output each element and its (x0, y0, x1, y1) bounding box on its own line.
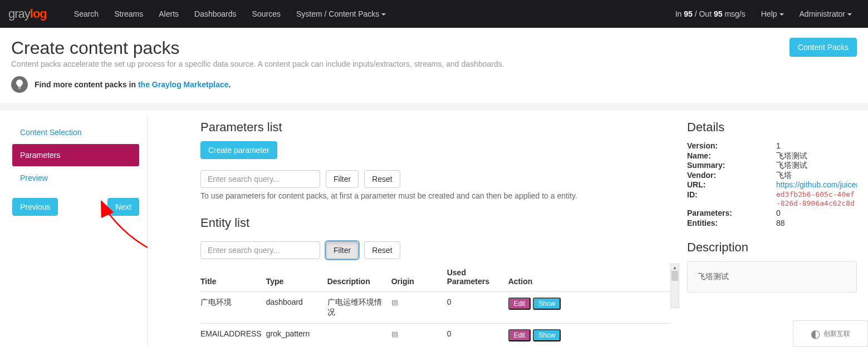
show-button[interactable]: Show (533, 329, 561, 341)
table-row: EMAILADDRESS grok_pattern ▤ 0 Edit Show (200, 324, 670, 348)
col-action: Action (508, 264, 670, 292)
logo-text-right: log (30, 7, 47, 21)
nav-system[interactable]: System / Content Packs (288, 1, 394, 27)
label-version: Version: (687, 141, 776, 151)
cell-origin: ▤ (391, 324, 447, 348)
marketplace-link[interactable]: the Graylog Marketplace (138, 80, 229, 89)
col-used: Used Parameters (447, 264, 508, 292)
nav-help[interactable]: Help (753, 9, 792, 18)
cell-title: EMAILADDRESS (200, 324, 266, 348)
col-type: Type (266, 264, 327, 292)
entity-table-wrap: Title Type Description Origin Used Param… (200, 264, 670, 347)
cell-origin: ▤ (391, 292, 447, 324)
watermark-text: 创新互联 (823, 329, 850, 339)
label-url: URL: (687, 180, 776, 190)
next-button[interactable]: Next (107, 198, 139, 216)
nav-streams[interactable]: Streams (106, 1, 151, 27)
nav-dashboards[interactable]: Dashboards (187, 1, 244, 27)
param-search-input[interactable] (200, 170, 320, 188)
col-origin: Origin (391, 264, 447, 292)
nav-sources[interactable]: Sources (244, 1, 288, 27)
description-box: 飞塔测试 (687, 261, 857, 293)
nav-search[interactable]: Search (66, 1, 106, 27)
scroll-up-icon[interactable]: ▲ (673, 265, 677, 270)
logo-text-left: gray (8, 7, 30, 21)
val-parameters: 0 (776, 209, 857, 219)
wizard-step-preview[interactable]: Preview (12, 167, 139, 189)
val-name: 飞塔测试 (776, 151, 857, 161)
nav-alerts[interactable]: Alerts (151, 1, 187, 27)
val-summary: 飞塔测试 (776, 161, 857, 171)
param-reset-button[interactable]: Reset (364, 170, 400, 188)
caret-down-icon (381, 13, 386, 16)
label-name: Name: (687, 151, 776, 161)
server-icon: ▤ (391, 330, 398, 338)
details-panel: Details Version:1 Name:飞塔测试 Summary:飞塔测试… (681, 116, 868, 347)
watermark-icon: ◐ (811, 327, 820, 340)
show-button[interactable]: Show (533, 298, 561, 310)
page-title: Create content packs (11, 38, 789, 58)
nav-right: In 95 / Out 95 msg/s Help Administrator (668, 9, 860, 18)
parameters-title: Parameters list (200, 120, 670, 135)
wizard-step-content-selection[interactable]: Content Selection (12, 121, 139, 143)
previous-button[interactable]: Previous (12, 198, 58, 216)
entity-list-title: Entity list (200, 216, 670, 230)
entity-reset-button[interactable]: Reset (364, 241, 400, 259)
cell-description: 广电运维环境情况 (327, 292, 391, 324)
edit-button[interactable]: Edit (508, 298, 531, 310)
lightbulb-icon (11, 76, 28, 93)
caret-down-icon (847, 13, 852, 16)
wizard-sidebar: Content Selection Parameters Preview Pre… (0, 116, 148, 347)
nav-system-label: System / Content Packs (296, 9, 379, 18)
label-vendor: Vendor: (687, 171, 776, 181)
label-parameters: Parameters: (687, 209, 776, 219)
page-header: Create content packs Content packs accel… (0, 28, 868, 103)
cell-used: 0 (447, 292, 508, 324)
val-version: 1 (776, 141, 857, 151)
wizard-step-parameters[interactable]: Parameters (12, 144, 139, 166)
logo[interactable]: graylog (8, 7, 47, 21)
entity-search-input[interactable] (200, 241, 320, 259)
cell-action: Edit Show (508, 292, 670, 324)
nav-links: Search Streams Alerts Dashboards Sources… (66, 1, 394, 27)
details-title: Details (687, 120, 857, 135)
col-description: Description (327, 264, 391, 292)
create-parameter-button[interactable]: Create parameter (200, 141, 277, 159)
throughput: In 95 / Out 95 msg/s (668, 9, 753, 18)
server-icon: ▤ (391, 298, 398, 306)
top-navbar: graylog Search Streams Alerts Dashboards… (0, 0, 868, 28)
param-filter-button[interactable]: Filter (326, 170, 359, 188)
table-row: 广电环境 dashboard 广电运维环境情况 ▤ 0 Edit Show (200, 292, 670, 324)
cell-type: dashboard (266, 292, 327, 324)
content-packs-button[interactable]: Content Packs (789, 38, 857, 57)
url-link[interactable]: https://github.com/juiceman84 (776, 180, 857, 189)
val-url: https://github.com/juiceman84 (776, 180, 857, 190)
cell-action: Edit Show (508, 324, 670, 348)
content: Content Selection Parameters Preview Pre… (0, 110, 868, 347)
scrollbar[interactable]: ▲ (670, 264, 679, 308)
entity-table: Title Type Description Origin Used Param… (200, 264, 670, 347)
entity-filter-button[interactable]: Filter (326, 241, 359, 259)
edit-button[interactable]: Edit (508, 329, 531, 341)
cell-title: 广电环境 (200, 292, 266, 324)
watermark: ◐ 创新互联 (793, 320, 868, 347)
label-summary: Summary: (687, 161, 776, 171)
caret-down-icon (779, 13, 784, 16)
scroll-thumb[interactable] (671, 271, 678, 281)
cell-type: grok_pattern (266, 324, 327, 348)
val-entities: 88 (776, 219, 857, 229)
main-panel: Parameters list Create parameter Filter … (148, 116, 681, 347)
page-subtitle: Content packs accelerate the set up proc… (11, 60, 789, 68)
param-hint: To use parameters for content packs, at … (200, 191, 670, 200)
label-entities: Entities: (687, 219, 776, 229)
info-text: Find more content packs in the Graylog M… (35, 80, 231, 89)
cell-used: 0 (447, 324, 508, 348)
cell-description (327, 324, 391, 348)
label-id: ID: (687, 190, 776, 209)
val-vendor: 飞塔 (776, 171, 857, 181)
description-title: Description (687, 240, 857, 255)
val-id: ed3fb2b6-605c-40ef-826d-8906a4c62c8d (776, 190, 857, 209)
divider (0, 103, 868, 110)
nav-admin[interactable]: Administrator (792, 9, 860, 18)
col-title: Title (200, 264, 266, 292)
